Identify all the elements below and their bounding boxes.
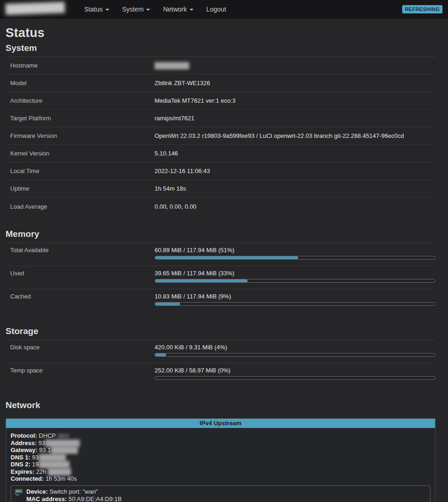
- net-dns2: DNS 2: 19████████: [11, 461, 430, 468]
- net-connected: Connected: 1h 53m 40s: [11, 475, 430, 483]
- table-row-kernel-version: Kernel Version 5.10.146: [6, 145, 436, 162]
- storage-table: Disk space 420.00 KiB / 9.31 MiB (4%) Te…: [6, 340, 436, 386]
- table-row-load-average: Load Average 0.00, 0.00, 0.00: [6, 198, 436, 215]
- nav-logout[interactable]: Logout: [200, 0, 233, 19]
- net-line-label: DNS 2:: [11, 461, 31, 468]
- table-row-cached: Cached 10.83 MiB / 117.94 MiB (9%): [6, 289, 436, 312]
- ipv4-upstream-header: IPv4 Upstream: [6, 419, 435, 428]
- row-label: Kernel Version: [10, 150, 155, 157]
- nav-system[interactable]: System: [116, 0, 157, 19]
- row-label: Firmware Version: [10, 132, 155, 139]
- table-row-firmware-version: Firmware Version OpenWrt 22.03.2 r19803-…: [6, 127, 436, 145]
- row-label: Hostname: [10, 62, 155, 69]
- row-value: Zbtlink ZBT-WE1326: [155, 80, 210, 87]
- device-text: Device: Switch port: "wan" MAC address: …: [26, 488, 122, 502]
- mac-label: MAC address:: [26, 496, 67, 502]
- net-line-value: DHCP: [39, 432, 57, 439]
- progress-bar: [155, 256, 436, 260]
- row-label: Local Time: [10, 167, 155, 174]
- net-line-label: Expires:: [11, 468, 34, 475]
- net-line-redacted: █████████: [45, 440, 79, 446]
- table-row-target-platform: Target Platform ramips/mt7621: [6, 110, 436, 127]
- row-value: 2022-12-16 11:06:43: [155, 167, 210, 174]
- disk-space-value: 420.00 KiB / 9.31 MiB (4%): [155, 344, 436, 351]
- table-row-temp-space: Temp space 252.00 KiB / 58.97 MiB (0%): [6, 363, 436, 386]
- net-line-value: 93: [38, 440, 45, 446]
- chevron-down-icon: [106, 9, 109, 11]
- chevron-down-icon: [190, 9, 193, 11]
- net-address: Address: 93█████████: [11, 440, 430, 447]
- net-line-value: 22h: [36, 468, 48, 475]
- net-line-value: 93: [32, 454, 38, 461]
- nav-logout-label: Logout: [206, 6, 226, 13]
- row-value: 5.10.146: [155, 150, 178, 157]
- mac-value: 50:A9:DE:A4:D9:1B: [68, 496, 122, 502]
- nav-status[interactable]: Status: [78, 0, 116, 19]
- page-title: Status: [6, 26, 436, 40]
- progress-bar: [155, 302, 436, 306]
- device-value: Switch port: "wan": [50, 488, 98, 495]
- memory-heading: Memory: [6, 229, 436, 243]
- nav-system-label: System: [122, 6, 144, 13]
- ipv4-upstream-details: Protocol: DHCP client Address: 93███████…: [6, 428, 435, 502]
- net-line-redacted: ███████: [51, 446, 77, 453]
- progress-bar-fill: [155, 303, 180, 305]
- net-line-label: Gateway:: [11, 446, 37, 453]
- net-dns1: DNS 1: 93███████: [11, 454, 430, 461]
- net-line-label: Protocol:: [11, 432, 37, 439]
- main-content: Status System Hostname █████████ Model Z…: [0, 26, 448, 502]
- nav-network[interactable]: Network: [156, 0, 199, 19]
- table-row-architecture: Architecture MediaTek MT7621 ver:1 eco:3: [6, 92, 436, 110]
- mac-line: MAC address: 50:A9:DE:A4:D9:1B: [26, 496, 122, 502]
- device-line: Device: Switch port: "wan": [26, 488, 122, 496]
- row-label: Used: [10, 270, 155, 277]
- memory-used-value: 39.65 MiB / 117.94 MiB (33%): [155, 270, 436, 277]
- row-value: 0.00, 0.00, 0.00: [155, 203, 196, 210]
- net-line-redacted: client: [57, 432, 68, 439]
- net-line-label: DNS 1:: [11, 454, 31, 461]
- net-line-value: 19: [32, 461, 38, 468]
- row-label: Temp space: [10, 367, 155, 374]
- row-value: MediaTek MT7621 ver:1 eco:3: [155, 97, 236, 104]
- net-line-label: Connected:: [11, 475, 44, 482]
- progress-bar: [155, 376, 436, 380]
- progress-bar: [155, 279, 436, 283]
- nav-network-label: Network: [163, 6, 187, 13]
- row-label: Target Platform: [10, 115, 155, 122]
- device-box: Device: Switch port: "wan" MAC address: …: [11, 485, 430, 502]
- row-value: OpenWrt 22.03.2 r19803-9a599fee93 / LuCI…: [155, 132, 404, 139]
- row-label: Architecture: [10, 97, 155, 104]
- ethernet-switch-icon: [15, 488, 23, 502]
- net-line-value: 1h 53m 40s: [45, 475, 77, 482]
- net-line-redacted: ██████: [48, 468, 70, 475]
- net-line-label: Address:: [11, 440, 37, 446]
- progress-bar-fill: [155, 279, 248, 282]
- temp-space-value: 252.00 KiB / 58.97 MiB (0%): [155, 367, 436, 374]
- storage-heading: Storage: [6, 326, 436, 340]
- router-logo: ███████████: [6, 1, 65, 16]
- navbar: ███████████ Status System Network Logout…: [0, 0, 448, 19]
- table-row-model: Model Zbtlink ZBT-WE1326: [6, 74, 436, 92]
- memory-table: Total Available 60.89 MiB / 117.94 MiB (…: [6, 243, 436, 312]
- system-heading: System: [6, 43, 436, 57]
- net-expires: Expires: 22h ██████: [11, 468, 430, 476]
- progress-bar: [155, 353, 436, 357]
- row-value-redacted: █████████: [155, 62, 189, 69]
- table-row-uptime: Uptime 1h 54m 18s: [6, 180, 436, 198]
- row-label: Cached: [10, 293, 155, 300]
- net-line-value: 93.1: [39, 446, 50, 453]
- progress-bar-fill: [155, 353, 166, 356]
- row-value: 1h 54m 18s: [155, 185, 186, 192]
- ipv4-upstream-table: IPv4 Upstream Protocol: DHCP client Addr…: [6, 418, 436, 502]
- table-row-used: Used 39.65 MiB / 117.94 MiB (33%): [6, 266, 436, 289]
- refreshing-badge[interactable]: REFRESHING: [402, 5, 442, 13]
- chevron-down-icon: [146, 9, 150, 11]
- table-row-total-available: Total Available 60.89 MiB / 117.94 MiB (…: [6, 243, 436, 266]
- net-gateway: Gateway: 93.1███████: [11, 446, 430, 454]
- network-heading: Network: [6, 400, 436, 414]
- nav-status-label: Status: [84, 6, 103, 13]
- memory-total-value: 60.89 MiB / 117.94 MiB (51%): [155, 247, 436, 254]
- progress-bar-fill: [155, 256, 298, 259]
- system-table: Hostname █████████ Model Zbtlink ZBT-WE1…: [6, 57, 436, 215]
- row-label: Total Available: [10, 247, 155, 254]
